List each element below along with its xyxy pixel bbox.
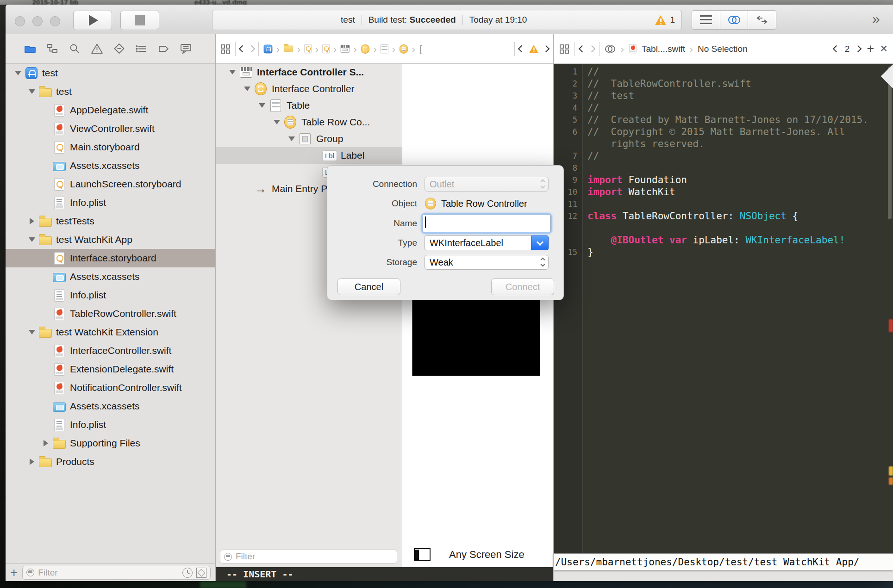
disclosure-triangle[interactable] [26, 89, 38, 94]
code-line[interactable]: 3// test [553, 90, 893, 102]
navigator-row-test-watchkit-app[interactable]: test WatchKit App [6, 230, 215, 249]
jump-bar-selection[interactable]: No Selection [698, 44, 748, 54]
breadcrumb-item[interactable] [360, 44, 370, 54]
outline-row-interface-controller[interactable]: Interface Controller [215, 80, 402, 97]
breadcrumb-item[interactable] [399, 44, 409, 54]
close-assistant-editor-button[interactable]: × [880, 42, 887, 56]
code-line[interactable]: 10import WatchKit [553, 186, 893, 198]
related-items-icon[interactable] [220, 43, 231, 55]
navigator-row-notificationcontroller-swift[interactable]: NotificationController.swift [6, 378, 215, 397]
disclosure-triangle[interactable] [26, 237, 38, 242]
code-line[interactable]: @IBOutlet var ipLabel: WKInterfaceLabel! [553, 234, 893, 246]
disclosure-triangle[interactable] [40, 440, 52, 446]
breadcrumb-item[interactable] [380, 44, 389, 54]
disclosure-triangle[interactable] [286, 136, 298, 141]
standard-editor-button[interactable] [692, 10, 720, 30]
breakpoint-navigator-icon[interactable] [157, 43, 170, 55]
panel-divider[interactable] [553, 34, 554, 581]
previous-issue-button[interactable] [518, 45, 525, 53]
find-navigator-icon[interactable] [69, 43, 81, 55]
toolbar-overflow-button[interactable]: » [872, 11, 880, 27]
disclosure-triangle[interactable] [26, 458, 38, 465]
run-button[interactable] [73, 11, 112, 30]
screen-size-icon[interactable] [414, 548, 431, 561]
disclosure-triangle[interactable] [226, 70, 238, 74]
code-line[interactable]: 7// [553, 150, 893, 162]
previous-counterpart-button[interactable] [833, 45, 840, 53]
outline-filter-field[interactable]: Filter [220, 550, 397, 563]
navigator-row-assets-xcassets[interactable]: Assets.xcassets [6, 156, 215, 175]
scrollbar-thumb[interactable] [888, 67, 892, 219]
breadcrumb-item[interactable] [263, 44, 273, 54]
project-navigator-icon[interactable] [24, 43, 37, 55]
outline-row-interface-controller-s[interactable]: Interface Controller S... [215, 64, 402, 80]
navigator-row-products[interactable]: Products [6, 452, 215, 471]
interface-builder-canvas[interactable] [402, 64, 553, 542]
code-line[interactable]: 4// [553, 102, 893, 114]
type-combo-box[interactable]: WKInterfaceLabel [425, 235, 549, 250]
test-navigator-icon[interactable] [113, 43, 125, 55]
breadcrumb-item[interactable] [340, 45, 350, 53]
disclosure-triangle[interactable] [241, 87, 253, 91]
warning-count-badge[interactable]: 1 [655, 15, 675, 25]
outline-canvas-divider[interactable] [402, 64, 402, 567]
code-line[interactable]: 1// [553, 66, 893, 78]
disclosure-triangle[interactable] [26, 330, 38, 334]
add-assistant-editor-button[interactable]: + [867, 42, 874, 56]
code-line[interactable]: 11 [553, 198, 893, 210]
disclosure-triangle[interactable] [271, 120, 283, 124]
type-value[interactable]: WKInterfaceLabel [425, 235, 531, 250]
navigator-row-supporting-files[interactable]: Supporting Files [6, 434, 215, 452]
navigator-row-appdelegate-swift[interactable]: AppDelegate.swift [6, 101, 215, 119]
navigator-row-test-watchkit-extension[interactable]: test WatchKit Extension [6, 323, 215, 341]
panel-divider[interactable] [215, 34, 216, 581]
next-issue-button[interactable] [543, 45, 550, 53]
navigator-row-test[interactable]: test [6, 64, 215, 82]
code-line[interactable]: 15} [553, 246, 893, 258]
code-line[interactable] [553, 222, 893, 234]
navigator-row-test[interactable]: test [6, 82, 215, 101]
disclosure-triangle[interactable] [12, 71, 24, 75]
outline-row-group[interactable]: Group [215, 130, 402, 147]
screen-size-label[interactable]: Any Screen Size [449, 549, 525, 561]
forward-button[interactable] [248, 45, 256, 53]
navigator-row-extensiondelegate-swift[interactable]: ExtensionDelegate.swift [6, 360, 215, 378]
navigator-row-assets-xcassets[interactable]: Assets.xcassets [6, 267, 215, 286]
debug-navigator-icon[interactable] [135, 43, 148, 55]
breadcrumb-item[interactable] [322, 44, 330, 54]
zoom-window-button[interactable] [50, 16, 60, 26]
next-counterpart-button[interactable] [855, 45, 862, 53]
outline-row-label[interactable]: LblLabel [215, 147, 402, 164]
navigator-filter-field[interactable]: Filter [22, 566, 211, 580]
navigator-row-info-plist[interactable]: Info.plist [6, 286, 215, 304]
back-button[interactable] [579, 45, 586, 53]
navigator-row-interfacecontroller-swift[interactable]: InterfaceController.swift [6, 341, 215, 360]
code-line[interactable]: 9import Foundation [553, 174, 893, 186]
navigator-row-testtests[interactable]: testTests [6, 212, 215, 230]
name-input[interactable] [423, 215, 550, 232]
outline-row-table[interactable]: Table [215, 97, 402, 114]
forward-button[interactable] [588, 45, 596, 53]
type-dropdown-button[interactable] [531, 235, 549, 250]
code-line[interactable]: 5// Created by Matt Barnett-Jones on 17/… [553, 114, 893, 126]
related-items-icon[interactable] [559, 43, 570, 55]
report-navigator-icon[interactable] [180, 43, 192, 55]
cancel-button[interactable]: Cancel [337, 279, 400, 295]
navigator-row-interface-storyboard[interactable]: Interface.storyboard [6, 249, 215, 267]
back-button[interactable] [239, 45, 246, 53]
storage-select[interactable]: Weak [425, 255, 549, 270]
code-line[interactable]: rights reserved. [553, 138, 893, 150]
code-line[interactable]: 8 [553, 162, 893, 174]
navigator-row-launchscreen-storyboard[interactable]: LaunchScreen.storyboard [6, 175, 215, 193]
navigator-row-main-storyboard[interactable]: Main.storyboard [6, 138, 215, 156]
add-file-button[interactable]: + [10, 566, 18, 579]
issue-navigator-icon[interactable] [91, 43, 103, 55]
outline-row-table-row-co[interactable]: Table Row Co... [215, 114, 402, 130]
recent-files-icon[interactable] [182, 568, 193, 578]
counterparts-icon[interactable] [604, 44, 616, 54]
navigator-row-tablerowcontroller-swift[interactable]: TableRowController.swift [6, 304, 215, 323]
code-line[interactable]: 6// Copyright © 2015 Matt Barnett-Jones.… [553, 126, 893, 138]
version-editor-button[interactable] [748, 10, 776, 30]
code-line[interactable]: 2// TableRowController.swift [553, 78, 893, 90]
navigator-row-info-plist[interactable]: Info.plist [6, 415, 215, 434]
